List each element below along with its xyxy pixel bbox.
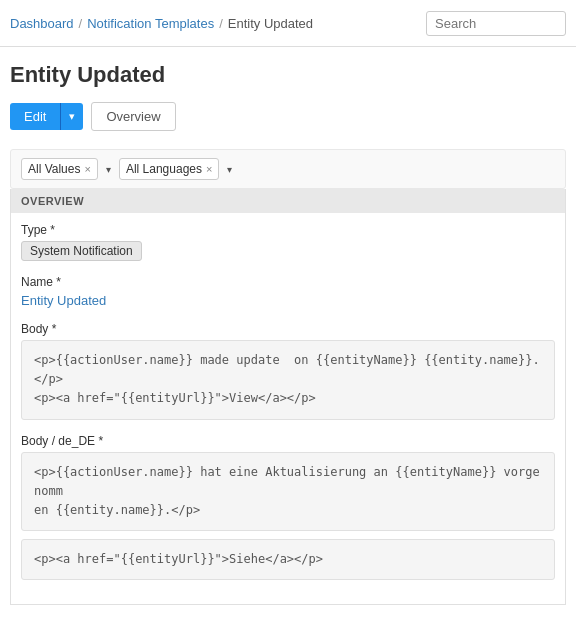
breadcrumb-dashboard[interactable]: Dashboard	[10, 16, 74, 31]
all-values-close[interactable]: ×	[84, 163, 90, 175]
overview-body: Type * System Notification Name * Entity…	[11, 213, 565, 604]
overview-header: OVERVIEW	[11, 189, 565, 213]
edit-group: Edit ▾	[10, 103, 83, 130]
name-field: Name * Entity Updated	[21, 275, 555, 308]
breadcrumb-sep-1: /	[79, 16, 83, 31]
type-value: System Notification	[21, 241, 142, 261]
body-de-field: Body / de_DE * <p>{{actionUser.name}} ha…	[21, 434, 555, 581]
values-chevron[interactable]: ▾	[106, 164, 111, 175]
edit-button[interactable]: Edit	[10, 103, 60, 130]
overview-button[interactable]: Overview	[91, 102, 175, 131]
filter-bar: All Values × ▾ All Languages × ▾	[10, 149, 566, 189]
body-de-label: Body / de_DE *	[21, 434, 555, 448]
type-field: Type * System Notification	[21, 223, 555, 261]
all-languages-close[interactable]: ×	[206, 163, 212, 175]
breadcrumb-notification-templates[interactable]: Notification Templates	[87, 16, 214, 31]
body-de-code-2: <p><a href="{{entityUrl}}">Siehe</a></p>	[21, 539, 555, 580]
page-title: Entity Updated	[10, 62, 566, 88]
type-label: Type *	[21, 223, 555, 237]
overview-section: OVERVIEW Type * System Notification Name…	[10, 189, 566, 605]
all-values-label: All Values	[28, 162, 80, 176]
all-languages-filter[interactable]: All Languages ×	[119, 158, 220, 180]
breadcrumb: Dashboard / Notification Templates / Ent…	[10, 16, 313, 31]
header: Dashboard / Notification Templates / Ent…	[0, 0, 576, 47]
name-label: Name *	[21, 275, 555, 289]
breadcrumb-current: Entity Updated	[228, 16, 313, 31]
body-de-code-1: <p>{{actionUser.name}} hat eine Aktualis…	[21, 452, 555, 532]
page-content: Entity Updated Edit ▾ Overview All Value…	[0, 47, 576, 615]
body-code: <p>{{actionUser.name}} made update on {{…	[21, 340, 555, 420]
search-input[interactable]	[426, 11, 566, 36]
action-bar: Edit ▾ Overview	[10, 102, 566, 131]
body-label: Body *	[21, 322, 555, 336]
all-languages-label: All Languages	[126, 162, 202, 176]
body-field: Body * <p>{{actionUser.name}} made updat…	[21, 322, 555, 420]
edit-dropdown-button[interactable]: ▾	[60, 103, 83, 130]
breadcrumb-sep-2: /	[219, 16, 223, 31]
languages-chevron[interactable]: ▾	[227, 164, 232, 175]
all-values-filter[interactable]: All Values ×	[21, 158, 98, 180]
name-value: Entity Updated	[21, 293, 555, 308]
